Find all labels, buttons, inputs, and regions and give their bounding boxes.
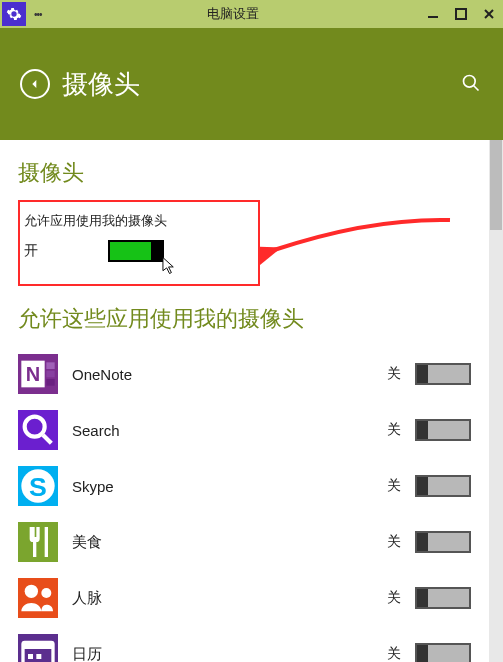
app-row: 美食 关 — [18, 514, 489, 570]
settings-app-icon — [2, 2, 26, 26]
svg-point-16 — [41, 588, 51, 598]
window-title: 电脑设置 — [48, 5, 419, 23]
camera-master-toggle[interactable] — [108, 240, 164, 262]
svg-point-11 — [25, 417, 45, 437]
app-toggle[interactable] — [415, 475, 471, 497]
app-name: Search — [72, 422, 387, 439]
app-row: N OneNote 关 — [18, 346, 489, 402]
app-toggle[interactable] — [415, 643, 471, 662]
scrollbar-thumb[interactable] — [490, 140, 502, 230]
skype-icon: S — [18, 466, 58, 506]
apps-section-title: 允许这些应用使用我的摄像头 — [18, 304, 489, 334]
svg-rect-19 — [28, 654, 33, 659]
svg-rect-20 — [36, 654, 41, 659]
app-row: 人脉 关 — [18, 570, 489, 626]
calendar-icon — [18, 634, 58, 662]
app-name: 人脉 — [72, 589, 387, 608]
app-toggle[interactable] — [415, 531, 471, 553]
minimize-button[interactable] — [419, 0, 447, 28]
maximize-button[interactable] — [447, 0, 475, 28]
page-title: 摄像头 — [62, 67, 461, 102]
app-toggle[interactable] — [415, 419, 471, 441]
app-state: 关 — [387, 533, 401, 551]
back-button[interactable] — [20, 69, 50, 99]
app-list: N OneNote 关 Search 关 S Skype 关 美食 关 人脉 关… — [18, 346, 489, 662]
camera-permission-label: 允许应用使用我的摄像头 — [24, 212, 246, 230]
app-state: 关 — [387, 421, 401, 439]
search-icon[interactable] — [461, 73, 483, 95]
app-row: S Skype 关 — [18, 458, 489, 514]
app-state: 关 — [387, 589, 401, 607]
app-state: 关 — [387, 365, 401, 383]
svg-point-4 — [464, 76, 476, 88]
svg-rect-8 — [46, 362, 54, 369]
svg-line-12 — [43, 435, 51, 443]
onenote-icon: N — [18, 354, 58, 394]
app-toggle[interactable] — [415, 587, 471, 609]
svg-point-15 — [25, 585, 38, 598]
app-name: OneNote — [72, 366, 387, 383]
close-button[interactable] — [475, 0, 503, 28]
camera-section-title: 摄像头 — [18, 158, 489, 188]
titlebar: ••• 电脑设置 — [0, 0, 503, 28]
svg-rect-9 — [46, 371, 54, 378]
app-name: Skype — [72, 478, 387, 495]
svg-rect-0 — [428, 16, 438, 18]
cursor-icon — [162, 256, 177, 280]
app-row: Search 关 — [18, 402, 489, 458]
scrollbar[interactable] — [489, 140, 503, 662]
svg-rect-10 — [46, 379, 54, 386]
app-toggle[interactable] — [415, 363, 471, 385]
food-icon — [18, 522, 58, 562]
app-name: 日历 — [72, 645, 387, 663]
svg-rect-18 — [23, 642, 53, 649]
app-state: 关 — [387, 645, 401, 662]
annotation-highlight-box: 允许应用使用我的摄像头 开 — [18, 200, 260, 286]
page-header: 摄像头 — [0, 28, 503, 140]
svg-text:S: S — [29, 472, 47, 502]
app-state: 关 — [387, 477, 401, 495]
svg-line-5 — [474, 86, 479, 91]
people-icon — [18, 578, 58, 618]
content-area: 摄像头 允许应用使用我的摄像头 开 允许这些应用使用我的摄像头 N OneNot… — [0, 140, 503, 662]
camera-master-state: 开 — [24, 242, 38, 260]
app-name: 美食 — [72, 533, 387, 552]
app-row: 日历 关 — [18, 626, 489, 662]
overflow-dots: ••• — [28, 9, 48, 20]
search-icon — [18, 410, 58, 450]
svg-rect-1 — [456, 9, 466, 19]
svg-text:N: N — [26, 363, 40, 385]
